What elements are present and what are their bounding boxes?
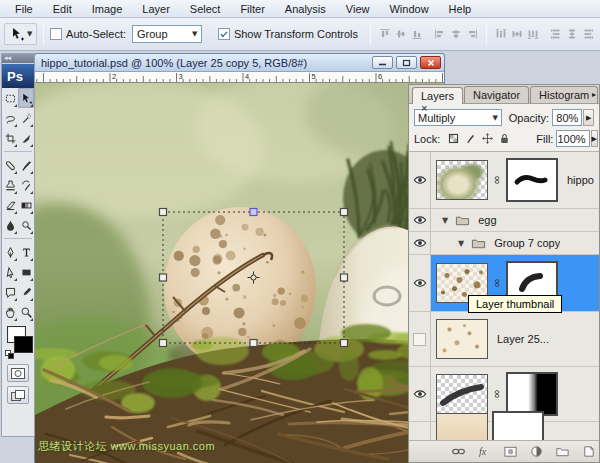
minimize-button[interactable] (372, 56, 393, 69)
visibility-column[interactable] (409, 255, 431, 311)
blur-tool[interactable] (2, 215, 18, 235)
layer-thumbnail[interactable] (436, 319, 488, 359)
layer-thumbnail[interactable] (436, 374, 488, 414)
auto-select-target-dropdown[interactable]: Group ▼ (132, 25, 202, 43)
adjustment-layer-button[interactable] (529, 444, 544, 459)
align-left-edges-button[interactable] (432, 26, 448, 42)
menu-filter[interactable]: Filter (231, 2, 273, 16)
toolbox-grip[interactable]: ◂◂ (2, 54, 34, 63)
eye-icon[interactable] (412, 387, 427, 402)
layer-mask-thumbnail[interactable] (492, 411, 544, 440)
notes-tool[interactable] (2, 282, 18, 302)
visibility-column[interactable] (409, 422, 431, 440)
expand-triangle-icon[interactable]: ▼ (458, 239, 464, 248)
visibility-column[interactable] (409, 312, 431, 366)
lasso-tool[interactable] (2, 108, 18, 128)
tab-layers[interactable]: Layers × (412, 87, 463, 104)
rectangular-marquee-tool[interactable] (2, 88, 18, 108)
distribute-bottom-edges-button[interactable] (525, 26, 541, 42)
menu-select[interactable]: Select (181, 2, 230, 16)
fill-slider-arrow[interactable]: ▶ (591, 130, 598, 147)
visibility-column[interactable] (409, 367, 431, 421)
spot-healing-brush-tool[interactable] (2, 155, 18, 175)
path-selection-tool[interactable] (2, 262, 18, 282)
new-group-button[interactable] (555, 444, 570, 459)
layer-row[interactable] (409, 422, 599, 440)
menu-analysis[interactable]: Analysis (276, 2, 335, 16)
menu-file[interactable]: File (6, 2, 42, 16)
distribute-left-edges-button[interactable] (548, 26, 564, 42)
close-button[interactable] (420, 56, 441, 69)
pen-tool[interactable] (2, 242, 18, 262)
menu-layer[interactable]: Layer (133, 2, 179, 16)
crop-tool[interactable] (2, 128, 18, 148)
blend-mode-dropdown[interactable]: Multiply ▼ (414, 109, 502, 126)
distribute-vertical-centers-button[interactable] (509, 26, 525, 42)
layer-thumbnail[interactable] (436, 413, 488, 440)
eraser-tool[interactable] (2, 195, 18, 215)
visibility-column[interactable] (409, 232, 431, 254)
align-top-edges-button[interactable] (377, 26, 393, 42)
eye-icon[interactable] (412, 173, 427, 188)
align-bottom-edges-button[interactable] (409, 26, 425, 42)
dodge-tool[interactable] (18, 215, 34, 235)
layer-style-button[interactable]: fx (477, 444, 492, 459)
lock-position-icon[interactable] (480, 131, 495, 146)
visibility-column[interactable] (409, 209, 431, 231)
group-row[interactable]: ▼egg (409, 209, 599, 232)
auto-select-checkbox[interactable] (50, 28, 62, 40)
tool-preset-picker[interactable]: ▼ (4, 23, 37, 45)
align-vertical-centers-button[interactable] (393, 26, 409, 42)
menu-edit[interactable]: Edit (44, 2, 81, 16)
screen-mode-button[interactable] (7, 386, 29, 404)
default-colors-icon[interactable] (5, 350, 14, 359)
canvas[interactable]: 思绪设计论坛 www.missyuan.com (35, 83, 444, 463)
tab-histogram[interactable]: Histogram (530, 86, 598, 103)
menu-view[interactable]: View (337, 2, 379, 16)
layer-mask-thumbnail[interactable] (506, 158, 558, 202)
link-layers-button[interactable] (451, 444, 466, 459)
opacity-slider-arrow[interactable]: ▶ (583, 109, 594, 126)
eye-icon[interactable] (412, 276, 427, 291)
add-layer-mask-button[interactable] (503, 444, 518, 459)
opacity-field[interactable]: 80% (552, 109, 582, 126)
magic-wand-tool[interactable] (18, 108, 34, 128)
align-right-edges-button[interactable] (464, 26, 480, 42)
lock-image-pixels-icon[interactable] (463, 131, 478, 146)
lock-transparent-pixels-icon[interactable] (446, 131, 461, 146)
eye-icon[interactable] (412, 213, 427, 228)
fill-field[interactable]: 100% (556, 130, 589, 147)
group-row[interactable]: ▼Group 7 copy (409, 232, 599, 255)
shape-tool[interactable] (18, 262, 34, 282)
tab-navigator[interactable]: Navigator (464, 86, 529, 103)
brush-tool[interactable] (18, 155, 34, 175)
type-tool[interactable] (18, 242, 34, 262)
distribute-top-edges-button[interactable] (493, 26, 509, 42)
layer-mask-thumbnail[interactable] (506, 372, 558, 416)
distribute-horizontal-centers-button[interactable] (564, 26, 580, 42)
history-brush-tool[interactable] (18, 175, 34, 195)
visibility-column[interactable] (409, 152, 431, 208)
expand-triangle-icon[interactable]: ▼ (442, 216, 448, 225)
eyedropper-tool[interactable] (18, 282, 34, 302)
clone-stamp-tool[interactable] (2, 175, 18, 195)
lock-all-icon[interactable] (497, 131, 512, 146)
layer-row[interactable]: Layer 25... (409, 312, 599, 367)
quick-mask-button[interactable] (7, 364, 29, 382)
show-transform-controls-checkbox[interactable] (218, 28, 230, 40)
move-tool[interactable] (18, 88, 34, 108)
align-horizontal-centers-button[interactable] (448, 26, 464, 42)
layer-row[interactable]: hippo (409, 152, 599, 209)
panel-flyout-arrow-icon[interactable]: ▸ (592, 90, 596, 99)
distribute-right-edges-button[interactable] (580, 26, 596, 42)
eye-empty-well[interactable] (412, 332, 427, 347)
document-titlebar[interactable]: hippo_tutorial.psd @ 100% (Layer 25 copy… (35, 54, 444, 72)
new-layer-button[interactable] (581, 444, 596, 459)
slice-tool[interactable] (18, 128, 34, 148)
hand-tool[interactable] (2, 302, 18, 322)
menu-window[interactable]: Window (380, 2, 437, 16)
background-color-swatch[interactable] (14, 336, 33, 353)
gradient-tool[interactable] (18, 195, 34, 215)
restore-button[interactable] (396, 56, 417, 69)
eye-icon[interactable] (412, 236, 427, 251)
